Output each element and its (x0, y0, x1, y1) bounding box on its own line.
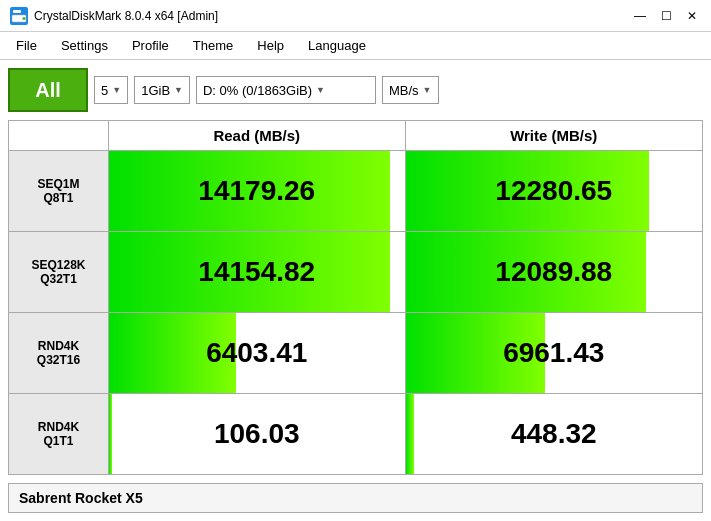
app-icon (10, 7, 28, 25)
menu-item-language[interactable]: Language (298, 36, 376, 55)
title-bar-controls: — ☐ ✕ (631, 7, 701, 25)
unit-value: MB/s (389, 83, 419, 98)
read-value-1: 14154.82 (109, 232, 406, 312)
unit-dropdown[interactable]: MB/s ▼ (382, 76, 439, 104)
table-row: SEQ1MQ8T114179.2612280.65 (9, 151, 702, 232)
table-row: SEQ128KQ32T114154.8212089.88 (9, 232, 702, 313)
rows-container: SEQ1MQ8T114179.2612280.65SEQ128KQ32T1141… (9, 151, 702, 474)
table-row: RND4KQ1T1106.03448.32 (9, 394, 702, 474)
all-button[interactable]: All (8, 68, 88, 112)
header-write: Write (MB/s) (406, 121, 703, 150)
table-header: Read (MB/s) Write (MB/s) (9, 121, 702, 151)
size-value: 1GiB (141, 83, 170, 98)
close-button[interactable]: ✕ (683, 7, 701, 25)
minimize-button[interactable]: — (631, 7, 649, 25)
maximize-button[interactable]: ☐ (657, 7, 675, 25)
header-label (9, 121, 109, 150)
write-value-3: 448.32 (406, 394, 703, 474)
read-value-0: 14179.26 (109, 151, 406, 231)
write-value-0: 12280.65 (406, 151, 703, 231)
main-content: All 5 ▼ 1GiB ▼ D: 0% (0/1863GiB) ▼ MB/s … (0, 60, 711, 521)
count-value: 5 (101, 83, 108, 98)
row-label-3: RND4KQ1T1 (9, 394, 109, 474)
menu-item-profile[interactable]: Profile (122, 36, 179, 55)
row-label-0: SEQ1MQ8T1 (9, 151, 109, 231)
drive-dropdown[interactable]: D: 0% (0/1863GiB) ▼ (196, 76, 376, 104)
row-label-2: RND4KQ32T16 (9, 313, 109, 393)
results-table: Read (MB/s) Write (MB/s) SEQ1MQ8T114179.… (8, 120, 703, 475)
read-value-3: 106.03 (109, 394, 406, 474)
menu-item-settings[interactable]: Settings (51, 36, 118, 55)
write-value-1: 12089.88 (406, 232, 703, 312)
footer-row: Sabrent Rocket X5 (8, 483, 703, 513)
title-bar: CrystalDiskMark 8.0.4 x64 [Admin] — ☐ ✕ (0, 0, 711, 32)
write-value-2: 6961.43 (406, 313, 703, 393)
table-row: RND4KQ32T166403.416961.43 (9, 313, 702, 394)
drive-info: Sabrent Rocket X5 (19, 490, 143, 506)
size-dropdown-arrow: ▼ (174, 85, 183, 95)
svg-point-2 (23, 17, 26, 20)
drive-value: D: 0% (0/1863GiB) (203, 83, 312, 98)
drive-dropdown-arrow: ▼ (316, 85, 325, 95)
unit-dropdown-arrow: ▼ (423, 85, 432, 95)
read-value-2: 6403.41 (109, 313, 406, 393)
menu-bar: FileSettingsProfileThemeHelpLanguage (0, 32, 711, 60)
toolbar: All 5 ▼ 1GiB ▼ D: 0% (0/1863GiB) ▼ MB/s … (8, 68, 703, 112)
menu-item-help[interactable]: Help (247, 36, 294, 55)
title-bar-left: CrystalDiskMark 8.0.4 x64 [Admin] (10, 7, 218, 25)
count-dropdown-arrow: ▼ (112, 85, 121, 95)
count-dropdown[interactable]: 5 ▼ (94, 76, 128, 104)
window-title: CrystalDiskMark 8.0.4 x64 [Admin] (34, 9, 218, 23)
size-dropdown[interactable]: 1GiB ▼ (134, 76, 190, 104)
header-read: Read (MB/s) (109, 121, 406, 150)
svg-rect-3 (13, 10, 21, 13)
menu-item-theme[interactable]: Theme (183, 36, 243, 55)
menu-item-file[interactable]: File (6, 36, 47, 55)
row-label-1: SEQ128KQ32T1 (9, 232, 109, 312)
